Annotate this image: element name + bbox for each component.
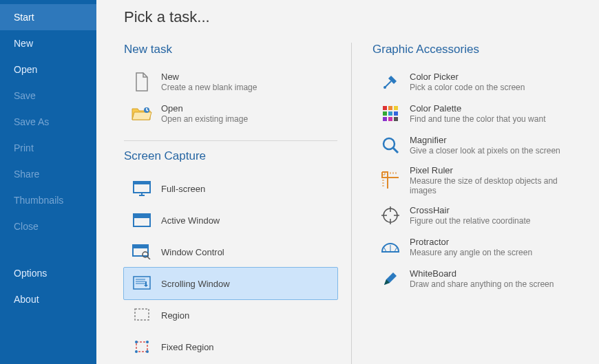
sidebar-item-start[interactable]: Start: [0, 4, 96, 30]
svg-rect-8: [134, 277, 150, 289]
task-magnifier[interactable]: Magnifier Give a closer look at pixels o…: [372, 129, 585, 161]
svg-point-15: [383, 86, 386, 89]
task-color-palette-desc: Find and tune the color that you want: [410, 114, 545, 124]
task-whiteboard[interactable]: WhiteBoard Draw and share anything on th…: [372, 263, 585, 295]
svg-rect-18: [394, 106, 398, 110]
task-open-title: Open: [161, 103, 248, 114]
section-graphic-accessories: Graphic Accessories Color Picker Pick a …: [372, 43, 585, 295]
right-column: Graphic Accessories Color Picker Pick a …: [352, 43, 599, 364]
svg-rect-16: [383, 106, 387, 110]
task-full-screen-title: Full-screen: [161, 184, 205, 194]
task-scrolling-window[interactable]: Scrolling Window: [123, 267, 338, 300]
app-root: Start New Open Save Save As Print Share …: [0, 0, 599, 364]
task-whiteboard-desc: Draw and share anything on the screen: [410, 279, 554, 289]
page-title: Pick a task...: [124, 8, 599, 26]
section-title-graphic-accessories: Graphic Accessories: [372, 43, 585, 56]
sidebar-item-share[interactable]: Share: [0, 161, 96, 187]
task-region[interactable]: Region: [124, 299, 337, 331]
task-pixel-ruler[interactable]: Pixel Ruler Measure the size of desktop …: [372, 161, 585, 200]
task-crosshair-desc: Figure out the relative coordinate: [410, 216, 530, 226]
task-protractor[interactable]: Protractor Measure any angle on the scre…: [372, 231, 585, 263]
svg-rect-20: [388, 111, 392, 116]
svg-point-25: [383, 138, 395, 149]
section-title-screen-capture: Screen Capture: [124, 149, 337, 163]
svg-point-13: [135, 350, 138, 353]
task-window-control-title: Window Control: [161, 247, 224, 257]
sidebar-item-print[interactable]: Print: [0, 135, 96, 161]
task-color-picker-title: Color Picker: [410, 72, 525, 82]
section-screen-capture: Screen Capture Full-screen A: [124, 149, 337, 363]
task-new-title: New: [161, 72, 257, 82]
task-crosshair-title: CrossHair: [410, 205, 530, 215]
task-active-window-title: Active Window: [161, 215, 220, 226]
protractor-icon: [377, 235, 404, 259]
svg-point-12: [146, 341, 149, 343]
magnifier-icon: [377, 133, 404, 157]
task-magnifier-title: Magnifier: [410, 135, 560, 145]
folder-open-icon: [128, 102, 156, 125]
task-pixel-ruler-desc: Measure the size of desktop objects and …: [410, 176, 581, 195]
svg-rect-10: [136, 342, 147, 352]
columns: New task New Create a new blank image: [124, 43, 599, 364]
scrolling-window-icon: [128, 272, 156, 295]
task-pixel-ruler-title: Pixel Ruler: [410, 165, 581, 175]
sidebar-item-about[interactable]: About: [0, 286, 96, 312]
sidebar-item-thumbnails[interactable]: Thumbnails: [0, 187, 96, 213]
task-open-desc: Open an existing image: [161, 114, 248, 124]
svg-rect-6: [133, 245, 148, 248]
svg-rect-23: [388, 117, 392, 121]
file-blank-icon: [128, 70, 156, 94]
monitor-icon: [128, 177, 156, 200]
task-open[interactable]: Open Open an existing image: [124, 98, 337, 129]
window-icon: [128, 208, 156, 232]
eyedropper-icon: [377, 70, 404, 94]
pen-icon: [377, 267, 404, 290]
divider: [124, 140, 337, 141]
crosshair-icon: [377, 204, 404, 227]
task-color-palette[interactable]: Color Palette Find and tune the color th…: [372, 98, 585, 129]
task-whiteboard-title: WhiteBoard: [410, 268, 554, 279]
sidebar-item-save[interactable]: Save: [0, 83, 96, 109]
task-protractor-desc: Measure any angle on the screen: [410, 248, 532, 257]
task-fixed-region[interactable]: Fixed Region: [124, 331, 337, 363]
svg-rect-9: [135, 309, 149, 320]
task-fixed-region-title: Fixed Region: [161, 342, 214, 352]
task-region-title: Region: [161, 310, 189, 321]
left-column: New task New Create a new blank image: [124, 43, 352, 364]
task-new[interactable]: New Create a new blank image: [124, 66, 337, 98]
sidebar-item-open[interactable]: Open: [0, 56, 96, 83]
sidebar-item-close[interactable]: Close: [0, 213, 96, 239]
task-color-picker[interactable]: Color Picker Pick a color code on the sc…: [372, 66, 585, 98]
task-full-screen[interactable]: Full-screen: [124, 173, 337, 204]
svg-rect-22: [383, 117, 387, 121]
svg-rect-24: [394, 117, 398, 121]
task-window-control[interactable]: Window Control: [124, 236, 337, 268]
window-search-icon: [128, 240, 156, 264]
task-color-palette-title: Color Palette: [410, 103, 545, 114]
sidebar-item-save-as[interactable]: Save As: [0, 109, 96, 135]
task-magnifier-desc: Give a closer look at pixels on the scre…: [410, 146, 560, 156]
svg-point-11: [135, 341, 138, 343]
svg-rect-2: [134, 182, 150, 184]
svg-rect-19: [383, 111, 387, 116]
main-panel: Pick a task... New task New Create a new: [96, 0, 599, 364]
sidebar-item-new[interactable]: New: [0, 30, 96, 56]
svg-rect-21: [394, 111, 398, 116]
sidebar-item-options[interactable]: Options: [0, 260, 96, 286]
svg-rect-17: [388, 106, 392, 110]
svg-rect-4: [134, 214, 150, 218]
fixed-region-icon: [128, 335, 156, 358]
task-active-window[interactable]: Active Window: [124, 204, 337, 236]
section-new-task: New task New Create a new blank image: [124, 43, 337, 129]
task-protractor-title: Protractor: [410, 237, 532, 247]
sidebar: Start New Open Save Save As Print Share …: [0, 0, 96, 364]
ruler-icon: [377, 169, 404, 192]
palette-grid-icon: [377, 102, 404, 125]
task-color-picker-desc: Pick a color code on the screen: [410, 83, 525, 92]
task-new-desc: Create a new blank image: [161, 83, 257, 92]
section-title-new-task: New task: [124, 43, 337, 56]
task-scrolling-window-title: Scrolling Window: [161, 279, 230, 289]
task-crosshair[interactable]: CrossHair Figure out the relative coordi…: [372, 200, 585, 231]
region-icon: [128, 303, 156, 327]
svg-point-14: [146, 350, 149, 353]
